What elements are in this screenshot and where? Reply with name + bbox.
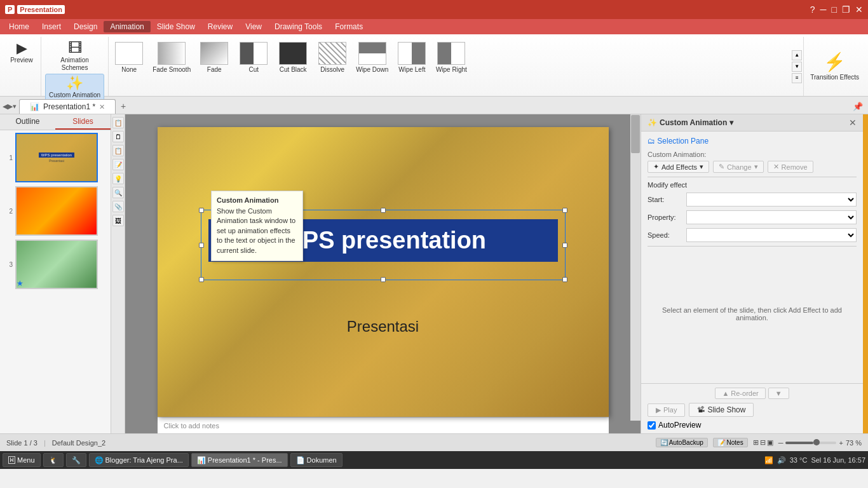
right-panel-close-button[interactable]: ✕ (849, 118, 857, 128)
zoom-minus-button[interactable]: ─ (778, 439, 783, 447)
menu-home[interactable]: Home (3, 21, 36, 32)
zoom-slider-thumb[interactable] (813, 439, 820, 445)
menu-animation[interactable]: Animation (104, 21, 150, 32)
slide-subtitle[interactable]: Presentasi (158, 318, 609, 336)
slide-thumb-3[interactable]: 3 ★ (3, 240, 108, 289)
toolbar-btn-6[interactable]: 🔍 (112, 187, 124, 198)
slide-thumb-img-3[interactable]: ★ (15, 240, 98, 289)
menu-drawing-tools[interactable]: Drawing Tools (268, 21, 329, 32)
transition-wipe-down[interactable]: Wipe Down (353, 39, 391, 76)
custom-animation-button[interactable]: ✨ Custom Animation (45, 74, 104, 102)
canvas-vertical-scrollbar[interactable] (630, 114, 641, 421)
menu-slideshow[interactable]: Slide Show (151, 21, 201, 32)
reorder-down-button[interactable]: ▼ (768, 388, 789, 399)
window-controls[interactable]: ? ─ □ ❐ ✕ (810, 4, 863, 15)
change-dropdown[interactable]: ▾ (754, 163, 758, 171)
handle-top-right[interactable] (562, 208, 567, 213)
slide-thumb-img-1[interactable]: WPS presentation Presentasi (15, 133, 98, 182)
taskbar-dokumen-btn[interactable]: 📄 Dokumen (290, 453, 342, 467)
close-icon[interactable]: ✕ (855, 4, 863, 15)
slide-thumb-img-2[interactable] (15, 186, 98, 236)
add-effects-button[interactable]: ✦ Add Effects ▾ (648, 161, 709, 173)
handle-bottom-middle[interactable] (381, 277, 386, 282)
zoom-slider[interactable] (785, 442, 836, 444)
sidebar-tab-slides[interactable]: Slides (55, 114, 111, 130)
change-button[interactable]: ✎ Change ▾ (713, 161, 764, 173)
zoom-plus-button[interactable]: + (839, 439, 843, 447)
handle-middle-left[interactable] (199, 243, 204, 248)
view-grid-icon[interactable]: ⊟ (760, 438, 766, 447)
taskbar-icon-btn-1[interactable]: 🐧 (43, 453, 64, 467)
play-button[interactable]: ▶ Play (648, 403, 685, 417)
toolbar-btn-3[interactable]: 📋 (112, 145, 124, 156)
transition-wipe-right[interactable]: Wipe Right (432, 39, 470, 76)
help-icon[interactable]: ? (810, 4, 815, 15)
transition-cut-black[interactable]: Cut Black (274, 39, 312, 76)
canvas-scroll-thumb[interactable] (631, 115, 640, 153)
tab-close-button[interactable]: ✕ (99, 103, 105, 111)
restore-icon[interactable]: ❐ (842, 4, 850, 15)
taskbar-menu-button[interactable]: 🅆 Menu (3, 453, 41, 467)
autopreview-checkbox[interactable] (648, 421, 656, 430)
add-effects-dropdown[interactable]: ▾ (700, 163, 703, 171)
slide-thumb-1[interactable]: 1 WPS presentation Presentasi (3, 133, 108, 182)
selection-pane-link[interactable]: 🗂 Selection Pane (648, 137, 857, 146)
remove-button[interactable]: ✕ Remove (768, 161, 813, 173)
change-icon: ✎ (719, 163, 724, 171)
scroll-more-arrow[interactable]: ≡ (792, 73, 802, 83)
view-slide-icon[interactable]: ▣ (767, 438, 773, 447)
slide-thumb-2[interactable]: 2 (3, 186, 108, 236)
slide-canvas[interactable]: WPS presentation Presentasi (158, 127, 609, 417)
taskbar-presentation-btn[interactable]: 📊 Presentation1 * - Pres... (191, 453, 288, 467)
minimize-icon[interactable]: ─ (820, 4, 827, 15)
transition-none[interactable]: None (110, 39, 148, 76)
toolbar-btn-2[interactable]: 🗒 (112, 131, 124, 142)
scroll-down-arrow[interactable]: ▼ (792, 62, 802, 72)
tab-nav-left[interactable]: ◀ (3, 102, 8, 111)
view-normal-icon[interactable]: ⊞ (753, 438, 759, 447)
menu-insert[interactable]: Insert (36, 21, 67, 32)
close-tab-icon[interactable]: 📌 (853, 102, 863, 111)
notes-button[interactable]: 📝 Notes (713, 438, 748, 447)
handle-middle-right[interactable] (562, 243, 567, 248)
handle-bottom-right[interactable] (562, 277, 567, 282)
speed-select[interactable] (686, 228, 857, 242)
handle-top-middle[interactable] (381, 208, 386, 213)
toolbar-btn-8[interactable]: 🖼 (112, 215, 124, 226)
taskbar-blogger-btn[interactable]: 🌐 Blogger: Tria Ajeng Pra... (89, 453, 189, 467)
transition-fade-smooth[interactable]: Fade Smooth (149, 39, 194, 76)
sidebar-tab-outline[interactable]: Outline (0, 114, 55, 130)
transition-fade[interactable]: Fade (195, 39, 233, 76)
toolbar-btn-1[interactable]: 📋 (112, 117, 124, 128)
taskbar-icon-btn-2[interactable]: 🔧 (66, 453, 86, 467)
menu-formats[interactable]: Formats (329, 21, 369, 32)
right-edge-stripe[interactable] (863, 114, 868, 433)
handle-top-left[interactable] (199, 208, 204, 213)
preview-button[interactable]: ▶ Preview (6, 39, 37, 66)
menu-view[interactable]: View (239, 21, 268, 32)
slideshow-button[interactable]: 📽 Slide Show (689, 403, 754, 417)
handle-bottom-left[interactable] (199, 277, 204, 282)
tab-presentation1[interactable]: 📊 Presentation1 * ✕ (19, 99, 116, 114)
transition-wipe-left[interactable]: Wipe Left (393, 39, 431, 76)
tab-nav-right[interactable]: ▶ (8, 102, 13, 111)
animation-schemes-button[interactable]: 🎞 AnimationSchemes (57, 39, 92, 74)
property-select[interactable] (686, 210, 857, 224)
menu-design[interactable]: Design (67, 21, 104, 32)
toolbar-btn-7[interactable]: 📎 (112, 201, 124, 212)
toolbar-btn-5[interactable]: 💡 (112, 173, 124, 184)
reorder-up-button[interactable]: ▲ Re-order (715, 388, 765, 399)
autobackup-button[interactable]: 🔄 AutoBackup (656, 438, 708, 447)
transition-dissolve[interactable]: Dissolve (313, 39, 351, 76)
tab-nav-dropdown[interactable]: ▾ (13, 102, 17, 111)
maximize-icon[interactable]: □ (832, 4, 837, 15)
toolbar-btn-4[interactable]: 📝 (112, 159, 124, 170)
tab-add-button[interactable]: + (116, 99, 131, 114)
menu-review[interactable]: Review (201, 21, 239, 32)
reorder-row: ▲ Re-order ▼ (648, 388, 857, 399)
transition-cut[interactable]: Cut (234, 39, 273, 76)
right-panel-dropdown-icon[interactable]: ▾ (729, 118, 733, 127)
start-select[interactable] (686, 193, 857, 207)
scroll-up-arrow[interactable]: ▲ (792, 50, 802, 60)
notes-area[interactable]: Click to add notes (158, 417, 609, 433)
